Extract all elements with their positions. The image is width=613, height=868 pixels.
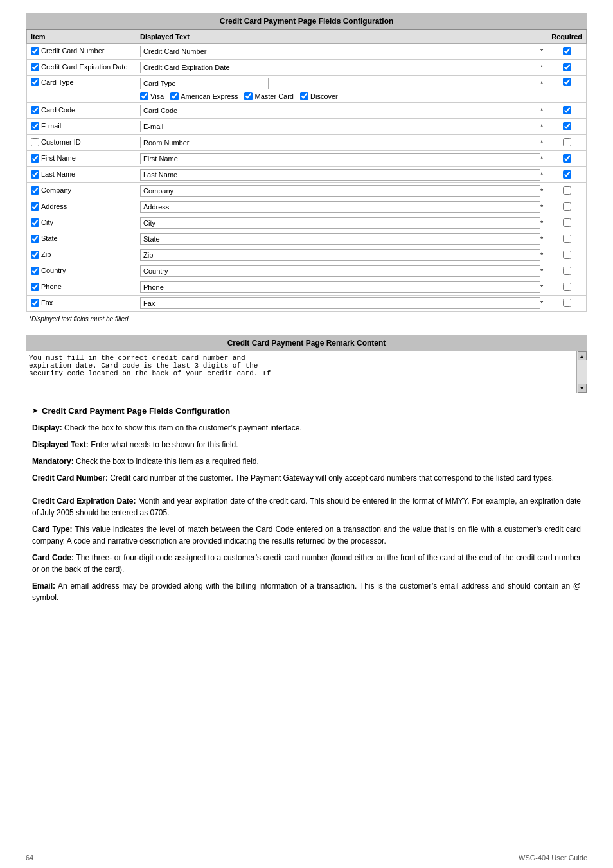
- display-text-input[interactable]: [140, 185, 540, 197]
- display-text-input[interactable]: [140, 105, 540, 116]
- required-checkbox[interactable]: [563, 283, 571, 291]
- scroll-down-button[interactable]: ▼: [578, 384, 587, 393]
- required-cell[interactable]: [547, 263, 587, 279]
- item-checkbox[interactable]: [31, 235, 39, 243]
- visa-checkbox[interactable]: [140, 92, 148, 100]
- item-checkbox[interactable]: [31, 299, 39, 307]
- item-checkbox-label[interactable]: State: [31, 235, 58, 243]
- amex-checkbox-label[interactable]: American Express: [170, 92, 238, 100]
- item-checkbox[interactable]: [31, 63, 39, 71]
- required-checkbox[interactable]: [563, 138, 571, 146]
- visa-checkbox-label[interactable]: Visa: [140, 92, 164, 100]
- item-checkbox[interactable]: [31, 138, 39, 146]
- required-checkbox[interactable]: [563, 78, 571, 86]
- required-checkbox[interactable]: [563, 267, 571, 275]
- required-cell[interactable]: [547, 279, 587, 296]
- display-text-input[interactable]: [140, 137, 540, 148]
- required-checkbox[interactable]: [563, 170, 571, 179]
- item-checkbox-label[interactable]: Credit Card Expiration Date: [31, 63, 128, 71]
- required-cell[interactable]: [547, 135, 587, 151]
- display-text-input[interactable]: [140, 153, 540, 164]
- display-text-input[interactable]: [140, 121, 540, 132]
- item-cell: E-mail: [27, 119, 136, 135]
- required-cell[interactable]: [547, 119, 587, 135]
- item-checkbox-label[interactable]: Last Name: [31, 170, 75, 179]
- required-cell[interactable]: [547, 151, 587, 167]
- mastercard-checkbox-label[interactable]: Master Card: [244, 92, 294, 100]
- item-checkbox[interactable]: [31, 202, 39, 211]
- item-checkbox[interactable]: [31, 170, 39, 179]
- required-checkbox[interactable]: [563, 202, 571, 211]
- required-checkbox[interactable]: [563, 122, 571, 130]
- display-text-input[interactable]: [140, 297, 540, 309]
- display-text-input[interactable]: [140, 217, 540, 229]
- item-checkbox-label[interactable]: Country: [31, 267, 66, 275]
- scroll-up-button[interactable]: ▲: [578, 351, 587, 360]
- discover-checkbox-label[interactable]: Discover: [300, 92, 338, 100]
- required-checkbox[interactable]: [563, 63, 571, 71]
- mastercard-checkbox[interactable]: [244, 92, 253, 100]
- required-cell[interactable]: [547, 44, 587, 60]
- card-type-text-input[interactable]: [140, 78, 269, 89]
- item-checkbox-label[interactable]: Address: [31, 202, 67, 211]
- required-cell[interactable]: [547, 183, 587, 199]
- item-checkbox-label[interactable]: City: [31, 218, 53, 227]
- required-checkbox[interactable]: [563, 154, 571, 163]
- item-cell: State: [27, 231, 136, 247]
- display-text-input[interactable]: [140, 201, 540, 213]
- item-label: Fax: [41, 299, 53, 306]
- display-text-input[interactable]: [140, 46, 540, 57]
- item-checkbox-label[interactable]: Company: [31, 186, 71, 195]
- display-cell-inner: *: [140, 185, 543, 197]
- display-cell: *: [136, 119, 547, 135]
- item-checkbox-label[interactable]: Fax: [31, 299, 53, 307]
- item-checkbox[interactable]: [31, 251, 39, 259]
- required-cell[interactable]: [547, 247, 587, 263]
- required-cell[interactable]: [547, 76, 587, 103]
- item-checkbox-label[interactable]: Zip: [31, 251, 51, 259]
- required-checkbox[interactable]: [563, 299, 571, 307]
- item-checkbox[interactable]: [31, 154, 39, 163]
- required-cell[interactable]: [547, 60, 587, 76]
- required-cell[interactable]: [547, 296, 587, 312]
- display-text-input[interactable]: [140, 62, 540, 73]
- item-checkbox[interactable]: [31, 267, 39, 275]
- item-checkbox-label[interactable]: First Name: [31, 154, 76, 163]
- item-checkbox-label[interactable]: Card Code: [31, 106, 75, 114]
- discover-checkbox[interactable]: [300, 92, 308, 100]
- display-text-input[interactable]: [140, 249, 540, 261]
- item-checkbox[interactable]: [31, 47, 39, 55]
- required-checkbox[interactable]: [563, 235, 571, 243]
- item-checkbox[interactable]: [31, 283, 39, 291]
- required-checkbox[interactable]: [563, 218, 571, 227]
- item-checkbox-label[interactable]: Phone: [31, 283, 62, 291]
- remark-textarea[interactable]: [26, 351, 576, 393]
- required-checkbox[interactable]: [563, 106, 571, 114]
- required-checkbox[interactable]: [563, 251, 571, 259]
- amex-checkbox[interactable]: [170, 92, 179, 100]
- required-cell[interactable]: [547, 199, 587, 215]
- item-checkbox-label[interactable]: Credit Card Number: [31, 47, 104, 55]
- item-checkbox[interactable]: [31, 122, 39, 130]
- display-text-input[interactable]: [140, 169, 540, 181]
- item-label: Last Name: [41, 170, 75, 178]
- required-cell[interactable]: [547, 167, 587, 183]
- display-text-input[interactable]: [140, 281, 540, 293]
- required-checkbox[interactable]: [563, 186, 571, 195]
- required-cell[interactable]: [547, 103, 587, 119]
- required-cell[interactable]: [547, 215, 587, 231]
- item-checkbox[interactable]: [31, 106, 39, 114]
- card-type-inner: * Visa American Express Master Card Disc…: [140, 78, 543, 100]
- item-checkbox-label[interactable]: Card Type: [31, 78, 74, 86]
- required-cell[interactable]: [547, 231, 587, 247]
- item-label: First Name: [41, 154, 76, 162]
- required-checkbox[interactable]: [563, 47, 571, 55]
- display-text-input[interactable]: [140, 265, 540, 277]
- item-checkbox[interactable]: [31, 186, 39, 195]
- display-text-input[interactable]: [140, 233, 540, 245]
- item-checkbox[interactable]: [31, 218, 39, 227]
- item-checkbox-label[interactable]: Customer ID: [31, 138, 81, 146]
- item-checkbox-label[interactable]: E-mail: [31, 122, 61, 130]
- desc-paragraph: Card Type: This value indicates the leve…: [32, 524, 581, 547]
- item-checkbox[interactable]: [31, 78, 39, 86]
